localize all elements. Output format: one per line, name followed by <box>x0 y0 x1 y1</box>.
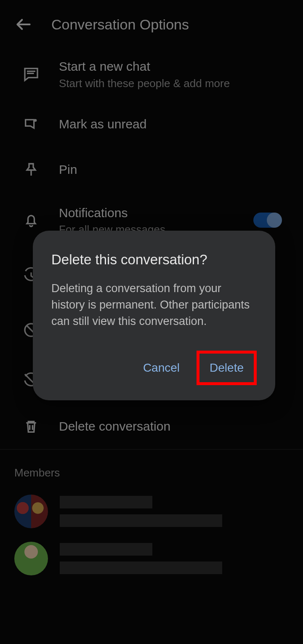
pin-icon <box>20 159 42 181</box>
mark-unread-icon <box>20 114 42 136</box>
option-title: Pin <box>59 161 289 178</box>
dialog-title: Delete this conversation? <box>51 252 257 268</box>
member-name-redacted <box>60 496 152 508</box>
header: Conversation Options <box>0 0 303 46</box>
member-name-redacted <box>60 543 152 556</box>
arrow-left-icon <box>14 15 33 34</box>
option-title: Notifications <box>59 205 253 222</box>
option-title: Start a new chat <box>59 58 289 75</box>
bell-icon <box>20 209 42 231</box>
option-pin[interactable]: Pin <box>0 147 303 193</box>
notifications-toggle[interactable] <box>253 213 280 228</box>
svg-point-0 <box>34 119 37 122</box>
member-row[interactable] <box>0 488 303 535</box>
delete-button[interactable]: Delete <box>197 351 257 385</box>
trash-icon <box>20 415 42 437</box>
member-row[interactable] <box>0 535 303 582</box>
option-delete-conversation[interactable]: Delete conversation <box>0 404 303 449</box>
avatar <box>14 542 48 575</box>
option-title: Mark as unread <box>59 116 289 133</box>
option-new-chat[interactable]: Start a new chat Start with these people… <box>0 46 303 102</box>
back-button[interactable] <box>14 15 33 34</box>
delete-dialog: Delete this conversation? Deleting a con… <box>33 231 275 400</box>
option-subtitle: Start with these people & add more <box>59 77 289 90</box>
option-title: Delete conversation <box>59 418 289 435</box>
dialog-actions: Cancel Delete <box>51 351 257 385</box>
cancel-button[interactable]: Cancel <box>133 354 190 382</box>
option-mark-unread[interactable]: Mark as unread <box>0 102 303 147</box>
members-section-label: Members <box>0 450 303 488</box>
chat-icon <box>20 63 42 85</box>
member-detail-redacted <box>60 562 222 574</box>
dialog-body: Deleting a conversation from your histor… <box>51 280 257 330</box>
member-detail-redacted <box>60 514 222 527</box>
avatar <box>14 495 48 528</box>
toggle-knob <box>267 213 282 228</box>
page-title: Conversation Options <box>51 16 189 33</box>
